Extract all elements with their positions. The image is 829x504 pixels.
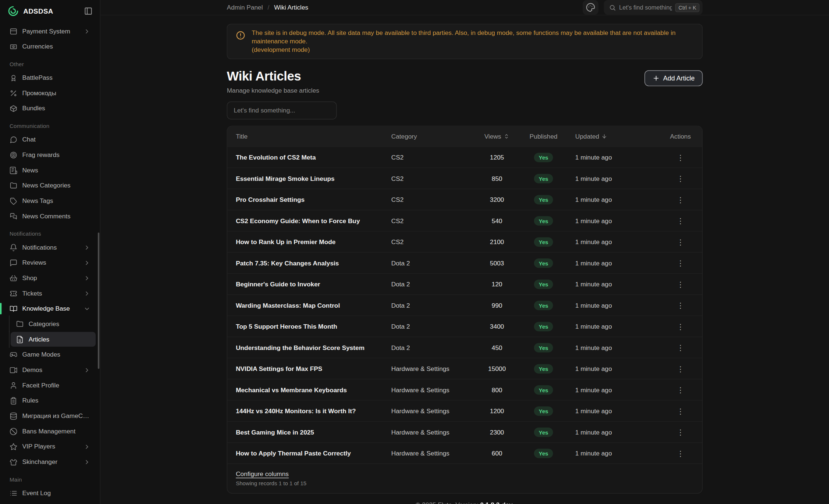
- published-badge: Yes: [534, 448, 553, 458]
- sidebar-item-chat[interactable]: Chat: [4, 132, 96, 147]
- sidebar-item-battlepass[interactable]: BattlePass: [4, 70, 96, 85]
- breadcrumb-admin-panel[interactable]: Admin Panel: [227, 4, 263, 11]
- sidebar-item-bundles[interactable]: Bundles: [4, 101, 96, 116]
- views-header-label: Views: [484, 133, 501, 140]
- sidebar-item-payment-system[interactable]: Payment System: [4, 24, 96, 39]
- debug-mode-alert: The site is in debug mode. All site data…: [227, 24, 703, 60]
- column-header-actions: Actions: [658, 133, 702, 140]
- row-actions-button[interactable]: ⋮: [673, 151, 687, 164]
- theme-palette-button[interactable]: [583, 0, 598, 15]
- more-vertical-icon: ⋮: [677, 217, 684, 225]
- articles-search-input[interactable]: [227, 102, 337, 120]
- sidebar-item-frag-rewards[interactable]: Frag rewards: [4, 147, 96, 162]
- column-header-published: Published: [520, 133, 567, 140]
- article-title: 144Hz vs 240Hz Monitors: Is it Worth It?: [227, 407, 383, 415]
- sidebar-item-rules[interactable]: Rules: [4, 393, 96, 408]
- sidebar-toggle-button[interactable]: [84, 7, 93, 15]
- article-views: 600: [474, 450, 520, 457]
- app-logo-text: ADSDSA: [23, 7, 53, 15]
- published-badge: Yes: [534, 322, 553, 331]
- sidebar-scrollbar-thumb[interactable]: [98, 233, 99, 369]
- sidebar-item-bans-management[interactable]: Bans Management: [4, 424, 96, 439]
- sidebar-item-tickets[interactable]: Tickets: [4, 286, 96, 301]
- more-vertical-icon: ⋮: [677, 386, 684, 394]
- sidebar-item-notifications[interactable]: Notifications: [4, 240, 96, 255]
- sidebar-section-communication: Communication: [0, 116, 100, 132]
- configure-columns-link[interactable]: Configure columns: [236, 471, 289, 478]
- ticket-icon: [10, 289, 18, 297]
- sidebar-item-label: BattlePass: [22, 74, 90, 81]
- sidebar-item-articles[interactable]: Articles: [11, 332, 96, 347]
- sidebar-item-label: Game Modes: [22, 351, 90, 358]
- sidebar-item-промокоды[interactable]: Промокоды: [4, 86, 96, 100]
- article-updated: 1 minute ago: [567, 175, 658, 182]
- alert-note: (development mode): [252, 46, 694, 54]
- row-actions-button[interactable]: ⋮: [673, 362, 687, 376]
- row-actions-button[interactable]: ⋮: [673, 235, 687, 249]
- footer-copyright: © 2025 Flute. Version:: [416, 501, 480, 504]
- more-vertical-icon: ⋮: [677, 365, 684, 372]
- column-header-views[interactable]: Views: [474, 133, 520, 140]
- row-actions-button[interactable]: ⋮: [673, 447, 687, 460]
- sidebar-item-faceit-profile[interactable]: Faceit Profile: [4, 378, 96, 393]
- table-row: CS2 Economy Guide: When to Force BuyCS25…: [227, 210, 702, 231]
- user-icon: [10, 381, 18, 389]
- sidebar-item-demos[interactable]: Demos: [4, 362, 96, 377]
- row-actions-button[interactable]: ⋮: [673, 214, 687, 228]
- article-views: 850: [474, 175, 520, 182]
- articles-table: Title Category Views Published Updated A…: [227, 126, 703, 494]
- more-vertical-icon: ⋮: [677, 238, 684, 246]
- sidebar-item-currencies[interactable]: Currencies: [4, 39, 96, 54]
- page-content: The site is in debug mode. All site data…: [227, 15, 703, 504]
- row-actions-button[interactable]: ⋮: [673, 278, 687, 291]
- more-vertical-icon: ⋮: [677, 302, 684, 309]
- sidebar-item-news-categories[interactable]: News Categories: [4, 178, 96, 193]
- row-actions-button[interactable]: ⋮: [673, 383, 687, 397]
- global-search[interactable]: Ctrl + K: [604, 0, 703, 15]
- sidebar-item-vip-players[interactable]: VIP Players: [4, 439, 96, 454]
- sidebar-item-reviews[interactable]: Reviews: [4, 255, 96, 270]
- published-badge: Yes: [534, 216, 553, 226]
- row-actions-button[interactable]: ⋮: [673, 320, 687, 333]
- column-header-updated[interactable]: Updated: [567, 133, 658, 140]
- global-search-input[interactable]: [619, 4, 672, 11]
- actions-cell: ⋮: [658, 151, 702, 164]
- published-cell: Yes: [520, 322, 567, 331]
- article-category: CS2: [383, 154, 474, 161]
- published-cell: Yes: [520, 195, 567, 204]
- sidebar-item-news-tags[interactable]: News Tags: [4, 193, 96, 208]
- sidebar-item-skinchanger[interactable]: Skinchanger: [4, 454, 96, 469]
- sidebar-item-event-log[interactable]: Event Log: [4, 486, 96, 500]
- row-actions-button[interactable]: ⋮: [673, 172, 687, 185]
- sidebar-item-news[interactable]: News: [4, 163, 96, 178]
- sidebar-item-shop[interactable]: Shop: [4, 271, 96, 285]
- sidebar-item-label: Миграция из GameCMS: [22, 412, 90, 419]
- article-title: Warding Masterclass: Map Control: [227, 302, 383, 309]
- row-actions-button[interactable]: ⋮: [673, 256, 687, 270]
- more-vertical-icon: ⋮: [677, 344, 684, 351]
- sidebar-item-миграция-из-gamecms[interactable]: Миграция из GameCMS: [4, 408, 96, 423]
- article-category: Dota 2: [383, 280, 474, 288]
- breadcrumb-current: Wiki Articles: [274, 4, 308, 11]
- sidebar-item-news-comments[interactable]: News Comments: [4, 209, 96, 224]
- row-actions-button[interactable]: ⋮: [673, 425, 687, 439]
- chevron-down-icon: [83, 305, 90, 312]
- row-actions-button[interactable]: ⋮: [673, 404, 687, 418]
- row-actions-button[interactable]: ⋮: [673, 341, 687, 354]
- row-actions-button[interactable]: ⋮: [673, 299, 687, 312]
- published-cell: Yes: [520, 258, 567, 268]
- sort-both-icon: [503, 133, 509, 140]
- package-icon: [10, 104, 18, 112]
- table-row: Mechanical vs Membrane KeyboardsHardware…: [227, 379, 702, 400]
- more-vertical-icon: ⋮: [677, 175, 684, 182]
- sidebar-item-game-modes[interactable]: Game Modes: [4, 347, 96, 362]
- sidebar-item-categories[interactable]: Categories: [11, 317, 96, 331]
- search-icon: [609, 4, 616, 11]
- sidebar-item-label: News Categories: [22, 182, 90, 189]
- row-actions-button[interactable]: ⋮: [673, 193, 687, 207]
- more-vertical-icon: ⋮: [677, 450, 684, 457]
- published-badge: Yes: [534, 174, 553, 183]
- table-row: How to Rank Up in Premier ModeCS22100Yes…: [227, 231, 702, 253]
- sidebar-item-knowledge-base[interactable]: Knowledge Base: [4, 301, 96, 316]
- add-article-button[interactable]: Add Article: [645, 71, 703, 86]
